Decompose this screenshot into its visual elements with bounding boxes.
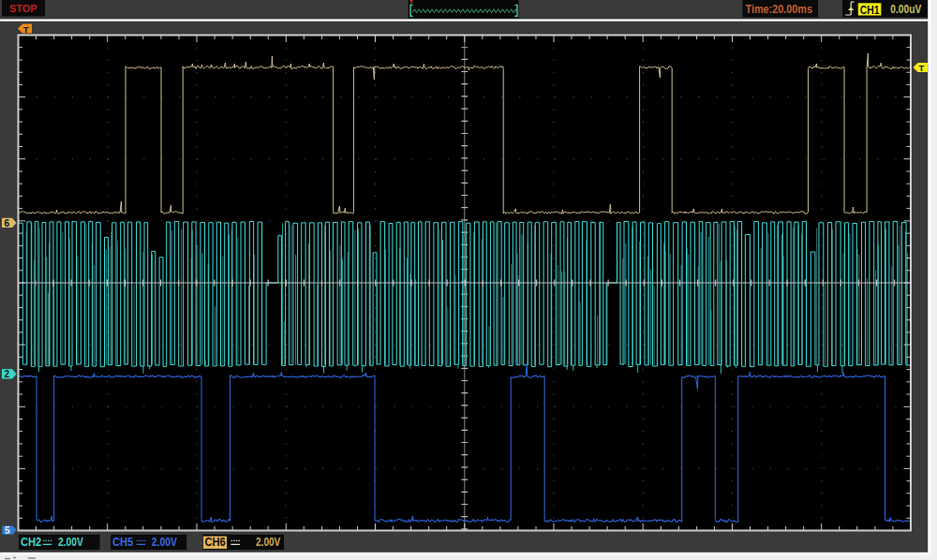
svg-text:T: T <box>919 63 925 73</box>
svg-text:CH1: CH1 <box>860 3 880 17</box>
svg-text:Time:20.00ms: Time:20.00ms <box>746 3 813 16</box>
svg-text:2.00V: 2.00V <box>58 536 84 549</box>
svg-text:2.00V: 2.00V <box>152 536 178 549</box>
svg-text:6: 6 <box>5 218 10 228</box>
svg-text:2: 2 <box>5 369 10 379</box>
svg-text:0.00uV: 0.00uV <box>890 3 921 16</box>
svg-text:CH6: CH6 <box>204 536 225 549</box>
svg-text:CH2: CH2 <box>21 536 41 549</box>
svg-text:T: T <box>23 24 29 35</box>
svg-text:2.00V: 2.00V <box>256 536 281 549</box>
svg-text:5: 5 <box>5 525 10 536</box>
svg-text:STOP: STOP <box>9 2 37 15</box>
svg-text:CH5: CH5 <box>112 536 133 549</box>
